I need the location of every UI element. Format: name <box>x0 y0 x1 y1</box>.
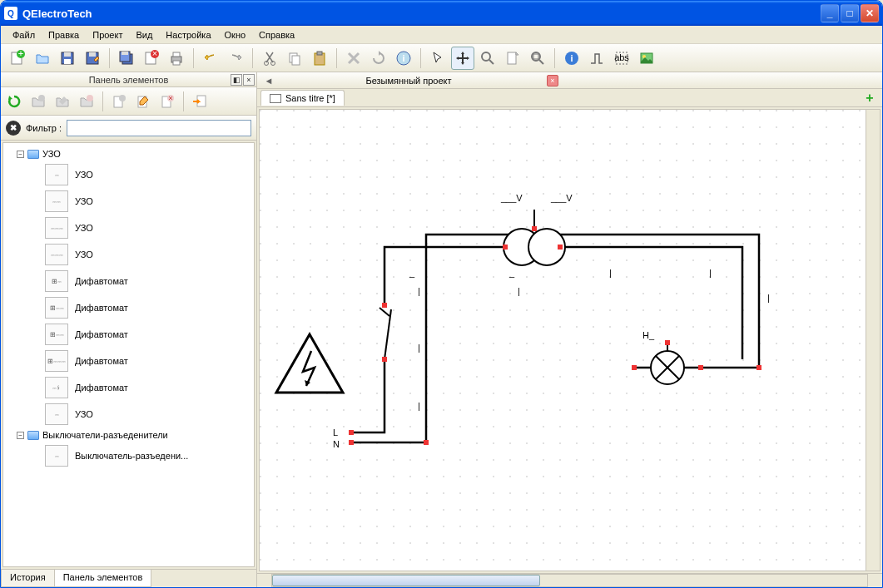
tab-history[interactable]: История <box>1 570 55 587</box>
svg-rect-64 <box>632 365 637 370</box>
tree-folder-uzo[interactable]: − УЗО <box>17 146 252 161</box>
refresh-button[interactable] <box>2 90 26 113</box>
delete-element-button[interactable] <box>156 90 179 113</box>
delete-category-button[interactable] <box>75 90 98 113</box>
schematic-drawing: ___V ___V H_ L N _ | | | _ | | | <box>260 110 866 571</box>
panel-close-button[interactable]: × <box>243 74 255 86</box>
tree-item[interactable]: ⎓УЗО <box>28 161 252 188</box>
copy-button[interactable] <box>283 47 306 70</box>
label-tick: | <box>709 268 712 278</box>
move-tool[interactable] <box>451 47 474 70</box>
new-button[interactable]: + <box>6 47 29 70</box>
tree-item[interactable]: ⎓↯Дифавтомат <box>28 374 252 401</box>
paste-button[interactable] <box>308 47 331 70</box>
collapse-icon[interactable]: − <box>17 432 24 439</box>
panel-float-button[interactable]: ◧ <box>231 74 242 86</box>
new-element-button[interactable] <box>107 90 131 113</box>
menu-edit[interactable]: Правка <box>42 28 86 42</box>
tree-item[interactable]: ⎓Выключатель-разъедени... <box>28 442 252 469</box>
svg-text:×: × <box>152 50 157 58</box>
label-v-right: ___V <box>550 193 573 203</box>
zoom-fit-button[interactable] <box>526 47 549 70</box>
svg-point-34 <box>642 55 646 58</box>
tree-item[interactable]: ⎓УЗО <box>28 401 252 427</box>
print-button[interactable] <box>165 47 188 70</box>
tree-item[interactable]: ⎓⎓⎓УЗО <box>28 241 252 268</box>
label-tick: | <box>418 343 420 353</box>
edit-category-button[interactable] <box>51 90 74 113</box>
tree-item[interactable]: ⊞⎓⎓Дифавтомат <box>28 294 252 321</box>
close-project-tab[interactable]: × <box>547 75 558 86</box>
sheet-tab-row: Sans titre [*] + <box>257 89 882 107</box>
sheet-tab-label: Sans titre [*] <box>285 93 335 103</box>
menu-file[interactable]: Файл <box>6 28 42 42</box>
menu-help[interactable]: Справка <box>252 28 301 42</box>
editor-area: ◄ Безымянный проект × Sans titre [*] + <box>257 72 882 587</box>
menu-project[interactable]: Проект <box>86 28 129 42</box>
help-button[interactable]: i <box>392 47 415 70</box>
new-category-button[interactable] <box>27 90 50 113</box>
maximize-button[interactable]: □ <box>841 4 859 22</box>
tree-item-label: Дифавтомат <box>75 383 128 393</box>
filter-label: Фильтр : <box>26 123 62 133</box>
select-all-button[interactable]: abs <box>610 47 633 70</box>
import-button[interactable] <box>188 90 211 113</box>
close-project-button[interactable]: × <box>140 47 163 70</box>
project-tab-label: Безымянный проект <box>365 76 451 86</box>
wire-tool[interactable] <box>585 47 608 70</box>
element-icon: ⊞⎓⎓ <box>45 324 68 345</box>
collapse-icon[interactable]: − <box>17 151 24 158</box>
clear-filter-icon[interactable]: ✖ <box>6 121 21 136</box>
page-tool[interactable] <box>501 47 524 70</box>
tree-folder-label: Выключатели-разъеденители <box>42 430 168 440</box>
saveall-button[interactable] <box>115 47 138 70</box>
tree-item[interactable]: ⊞⎓Дифавтомат <box>28 268 252 294</box>
delete-button[interactable] <box>342 47 365 70</box>
label-dash: _ <box>508 268 515 278</box>
rotate-button[interactable] <box>367 47 390 70</box>
tree-item-label: Выключатель-разъедени... <box>75 451 188 461</box>
horizontal-scrollbar[interactable] <box>257 573 882 587</box>
label-v-left: ___V <box>500 193 523 203</box>
svg-rect-63 <box>532 226 537 231</box>
cut-button[interactable] <box>258 47 281 70</box>
svg-rect-59 <box>382 357 387 362</box>
tree-item[interactable]: ⊞⎓⎓Дифавтомат <box>28 321 252 348</box>
redo-button[interactable] <box>224 47 247 70</box>
app-title: QElectroTech <box>22 7 819 20</box>
menu-settings[interactable]: Настройка <box>159 28 217 42</box>
svg-rect-56 <box>349 430 354 435</box>
menu-view[interactable]: Вид <box>129 28 159 42</box>
filter-input[interactable] <box>67 120 251 136</box>
tree-item[interactable]: ⊞⎓⎓⎓Дифавтомат <box>28 348 252 374</box>
schematic-canvas[interactable]: ___V ___V H_ L N _ | | | _ | | | <box>260 110 866 571</box>
tab-prev-icon[interactable]: ◄ <box>262 76 275 86</box>
minimize-button[interactable]: _ <box>821 4 839 22</box>
vertical-scrollbar[interactable] <box>866 110 880 571</box>
info-button[interactable]: i <box>560 47 583 70</box>
tab-elements-panel[interactable]: Панель элементов <box>54 570 152 587</box>
tree-folder-switches[interactable]: − Выключатели-разъеденители <box>17 427 252 442</box>
project-tab[interactable]: Безымянный проект <box>275 74 542 87</box>
sheet-tab[interactable]: Sans titre [*] <box>260 90 345 106</box>
add-sheet-button[interactable]: + <box>862 91 877 106</box>
saveas-button[interactable] <box>81 47 104 70</box>
label-tick: | <box>767 293 770 303</box>
image-tool[interactable] <box>635 47 658 70</box>
edit-element-button[interactable] <box>131 90 155 113</box>
svg-rect-22 <box>317 52 322 55</box>
scrollbar-thumb[interactable] <box>272 575 540 586</box>
tree-item[interactable]: ⎓⎓УЗО <box>28 188 252 215</box>
close-button[interactable]: ✕ <box>861 4 879 22</box>
svg-point-25 <box>482 52 490 61</box>
elements-tree[interactable]: − УЗО ⎓УЗО ⎓⎓УЗО ⎓⎓⎓УЗО ⎓⎓⎓УЗО ⊞⎓Дифавто… <box>2 142 255 567</box>
menu-window[interactable]: Окно <box>218 28 253 42</box>
undo-button[interactable] <box>199 47 222 70</box>
save-button[interactable] <box>56 47 79 70</box>
open-button[interactable] <box>31 47 54 70</box>
selection-tool[interactable] <box>426 47 449 70</box>
svg-rect-65 <box>698 365 703 370</box>
tree-item-label: Дифавтомат <box>75 356 128 366</box>
zoom-tool[interactable] <box>476 47 499 70</box>
tree-item[interactable]: ⎓⎓⎓УЗО <box>28 215 252 241</box>
